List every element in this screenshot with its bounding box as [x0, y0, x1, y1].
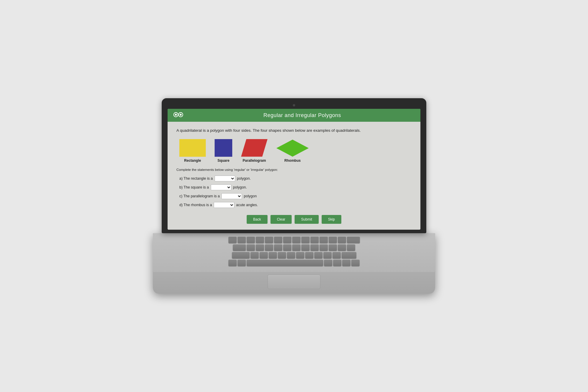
key: [256, 237, 264, 243]
laptop-mockup: Regular and Irregular Polygons A quadril…: [162, 98, 426, 293]
question-d-select[interactable]: regular irregular: [214, 202, 234, 208]
laptop-screen-bezel: Regular and Irregular Polygons A quadril…: [162, 98, 426, 233]
question-c-suffix: polygon: [244, 194, 257, 198]
question-row-c: c) The parallelogram is a regular irregu…: [176, 193, 412, 199]
key: [338, 244, 346, 251]
intro-text: A quadrilateral is a polygon with four s…: [176, 128, 412, 134]
key: [287, 252, 295, 258]
app-title: Regular and Irregular Polygons: [190, 112, 415, 119]
rectangle-shape: [179, 139, 206, 157]
app-logo: [173, 112, 184, 119]
key: [342, 252, 356, 258]
key: [283, 244, 291, 251]
key: [314, 252, 323, 258]
submit-button[interactable]: Submit: [295, 215, 318, 224]
question-b-select[interactable]: regular irregular: [211, 184, 231, 190]
key: [301, 244, 310, 251]
key: [269, 252, 277, 258]
shape-item-square: Square: [215, 139, 232, 163]
shape-item-rhombus: Rhombus: [276, 140, 309, 163]
key: [228, 237, 237, 243]
clear-button[interactable]: Clear: [270, 215, 292, 224]
key: [310, 237, 319, 243]
questions-section: a) The rectangle is a regular irregular …: [176, 176, 412, 208]
question-d-suffix: acute angles.: [236, 203, 258, 207]
key: [238, 237, 246, 243]
parallelogram-label: Parallelogram: [243, 159, 266, 163]
key: [274, 244, 282, 251]
key: [232, 252, 250, 258]
question-row-b: b) The square is a regular irregular pol…: [176, 184, 412, 190]
key: [274, 237, 282, 243]
buttons-row: Back Clear Submit Skip: [176, 213, 412, 224]
question-b-prefix: b) The square is a: [179, 185, 209, 189]
key: [265, 244, 273, 251]
key: [351, 260, 360, 266]
question-row-d: d) The rhombus is a regular irregular ac…: [176, 202, 412, 208]
key: [305, 252, 313, 258]
back-button[interactable]: Back: [247, 215, 268, 224]
laptop-base: [153, 233, 435, 294]
app-header: Regular and Irregular Polygons: [168, 109, 420, 122]
question-a-prefix: a) The rectangle is a: [179, 176, 213, 181]
key: [329, 244, 337, 251]
shape-item-parallelogram: Parallelogram: [241, 139, 268, 163]
laptop-camera: [293, 104, 295, 106]
key: [250, 252, 259, 258]
key: [347, 244, 355, 251]
key: [324, 260, 332, 266]
key: [320, 237, 328, 243]
key: [247, 260, 323, 266]
question-b-suffix: polygon.: [233, 185, 247, 189]
shape-item-rectangle: Rectangle: [179, 139, 206, 163]
key: [247, 237, 255, 243]
key: [338, 237, 346, 243]
key: [278, 252, 286, 258]
question-c-prefix: c) The parallelogram is a: [179, 194, 220, 198]
key: [296, 252, 304, 258]
key: [233, 244, 246, 251]
key: [310, 244, 319, 251]
key: [247, 244, 255, 251]
keyboard-grid: [171, 237, 417, 266]
rhombus-label: Rhombus: [284, 159, 300, 163]
question-row-a: a) The rectangle is a regular irregular …: [176, 176, 412, 181]
key: [265, 237, 273, 243]
rhombus-shape: [276, 140, 309, 157]
question-a-select[interactable]: regular irregular: [215, 176, 235, 181]
app-content: A quadrilateral is a polygon with four s…: [168, 122, 420, 229]
question-d-prefix: d) The rhombus is a: [179, 203, 212, 207]
key: [238, 260, 246, 266]
key: [292, 237, 300, 243]
skip-button[interactable]: Skip: [322, 215, 341, 224]
svg-point-3: [180, 114, 182, 116]
question-c-select[interactable]: regular irregular: [221, 193, 242, 199]
key: [228, 260, 237, 266]
key: [256, 244, 264, 251]
shapes-row: Rectangle Square Parallelogram Rhombus: [176, 139, 412, 163]
square-label: Square: [218, 159, 230, 163]
key: [301, 237, 310, 243]
laptop-screen: Regular and Irregular Polygons A quadril…: [168, 109, 420, 229]
key: [283, 237, 291, 243]
parallelogram-shape: [241, 139, 268, 157]
key: [342, 260, 350, 266]
key: [333, 260, 341, 266]
key: [329, 237, 337, 243]
key: [292, 244, 300, 251]
instructions-text: Complete the statements below using 'reg…: [176, 168, 412, 171]
key: [320, 244, 328, 251]
key: [333, 252, 341, 258]
key: [260, 252, 268, 258]
square-shape: [215, 139, 232, 157]
svg-point-1: [175, 114, 177, 116]
key: [347, 237, 360, 243]
rectangle-label: Rectangle: [184, 159, 201, 163]
question-a-suffix: polygon.: [237, 176, 251, 181]
laptop-keyboard: [153, 233, 435, 272]
key: [323, 252, 332, 258]
laptop-trackpad: [268, 274, 320, 289]
